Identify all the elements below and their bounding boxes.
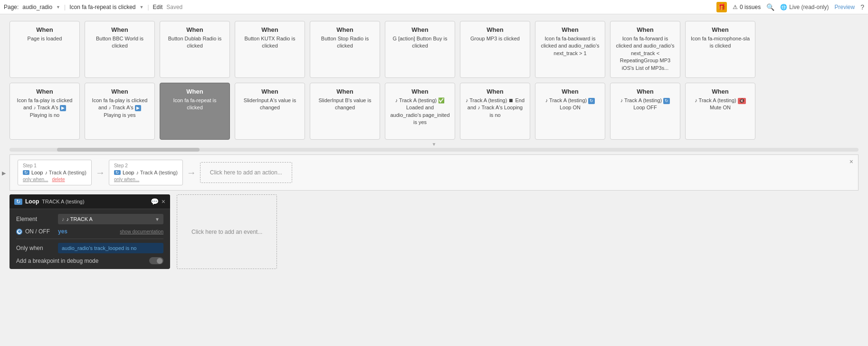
close-panel-button[interactable]: × (849, 158, 853, 165)
debug-toggle[interactable] (149, 257, 163, 264)
card-track-end[interactable]: When ♪ Track A (testing) ⏹ End and ♪ Tra… (460, 83, 530, 140)
card-body: Icon fa fa-backward is clicked and audio… (540, 35, 600, 57)
page-dropdown-arrow[interactable]: ▼ (56, 5, 60, 10)
live-badge: 🌐 Live (read-only) (780, 4, 829, 10)
issues-count: 0 issues (740, 4, 761, 10)
show-doc-link[interactable]: show documentation (120, 229, 163, 234)
card-title: When (36, 26, 53, 33)
edit-button[interactable]: Edit (153, 4, 163, 10)
scroll-down-arrow[interactable]: ▼ (432, 142, 437, 147)
card-play-no[interactable]: When Icon fa fa-play is clicked and ♪ Tr… (10, 83, 80, 140)
divider (16, 239, 163, 239)
element-dropdown-arrow: ▼ (155, 217, 160, 222)
debug-row: Add a breakpoint in debug mode (16, 257, 163, 264)
card-body: Button Stop Radio is clicked (315, 35, 375, 50)
element-label: Element (16, 216, 54, 222)
step-2-label: Step 2 (114, 163, 178, 168)
search-button[interactable]: 🔍 (766, 3, 774, 11)
add-action-button[interactable]: Click here to add an action... (200, 162, 292, 183)
step-2-only-when[interactable]: only when... (114, 177, 139, 182)
step-1-only-when[interactable]: only when... (23, 177, 48, 182)
card-title: When (562, 88, 578, 95)
card-mute-on[interactable]: When ♪ Track A (testing) 🔇 Mute ON (685, 83, 755, 140)
element-value-dropdown[interactable]: ♪ ♪ TRACK A ▼ (58, 214, 163, 224)
card-body: Icon fa fa-play is clicked and ♪ Track A… (90, 97, 150, 119)
scrollbar-thumb[interactable] (57, 148, 200, 152)
on-off-radio[interactable] (16, 229, 22, 235)
card-slider-b[interactable]: When SliderInput B's value is changed (310, 83, 380, 140)
step-2-actions: only when... (114, 177, 178, 182)
scroll-area: ▼ (0, 140, 868, 154)
card-body: Button BBC World is clicked (90, 35, 150, 50)
card-kutx[interactable]: When Button KUTX Radio is clicked (235, 21, 305, 78)
music-note-icon: ♪ (62, 216, 65, 222)
loop-header-icon: ↻ (14, 199, 22, 205)
action-config-subtitle: TRACK A (testing) (42, 199, 84, 204)
card-backward[interactable]: When Icon fa fa-backward is clicked and … (535, 21, 605, 78)
card-title: When (186, 88, 203, 95)
step-1-delete[interactable]: delete (52, 177, 65, 182)
saved-status: Saved (166, 4, 182, 10)
debug-toggle-knob (157, 258, 162, 264)
element-value-text: ♪ TRACK A (67, 216, 93, 222)
card-track-loaded[interactable]: When ♪ Track A (testing) ✅ Loaded and au… (385, 83, 455, 140)
step-2-content: ↻ Loop ♪ Track A (testing) (114, 170, 178, 175)
element-field-row: Element ♪ ♪ TRACK A ▼ (16, 214, 163, 224)
on-off-field-row: ON / OFF yes show documentation (16, 228, 163, 235)
card-loop-off[interactable]: When ♪ Track A (testing) ↻ Loop OFF (610, 83, 680, 140)
card-slider-a[interactable]: When SliderInput A's value is changed (235, 83, 305, 140)
step-1-label: Step 1 (23, 163, 86, 168)
left-arrow-button[interactable]: ▶ (0, 168, 8, 178)
card-stop-radio[interactable]: When Button Stop Radio is clicked (310, 21, 380, 78)
add-event-button[interactable]: Click here to add an event... (177, 194, 277, 269)
page-name[interactable]: audio_radio (22, 4, 52, 10)
card-body: ♪ Track A (testing) 🔇 Mute ON (690, 97, 750, 112)
card-microphone[interactable]: When Icon fa fa-microphone-sla is clicke… (685, 21, 755, 78)
help-button[interactable]: ? (860, 3, 864, 11)
action-config-header: ↻ Loop TRACK A (testing) 💬 × (10, 194, 170, 209)
card-title: When (336, 88, 353, 95)
card-body: Icon fa fa-microphone-sla is clicked (690, 35, 750, 50)
arrow-1: → (95, 167, 105, 178)
only-when-value[interactable]: audio_radio's track_looped is no (58, 243, 163, 253)
card-play-yes[interactable]: When Icon fa fa-play is clicked and ♪ Tr… (85, 83, 155, 140)
card-page-loaded[interactable]: When Page is loaded (10, 21, 80, 78)
on-off-value[interactable]: yes (58, 228, 67, 235)
card-forward[interactable]: When Icon fa fa-forward is clicked and a… (610, 21, 680, 78)
debug-label: Add a breakpoint in debug mode (16, 258, 145, 264)
config-close-button[interactable]: × (162, 198, 165, 205)
card-title: When (261, 88, 278, 95)
card-group-mp3[interactable]: When Group MP3 is clicked (460, 21, 530, 78)
only-when-row: Only when audio_radio's track_looped is … (16, 243, 163, 253)
card-body: Button Dublab Radio is clicked (165, 35, 225, 50)
radio-group: ON / OFF (16, 228, 54, 235)
issues-badge[interactable]: ⚠ 0 issues (733, 4, 761, 10)
card-title: When (261, 26, 278, 33)
arrow-2: → (187, 167, 196, 178)
workflow-dropdown-arrow[interactable]: ▼ (140, 5, 144, 10)
only-when-label: Only when (16, 245, 54, 251)
config-chat-icon[interactable]: 💬 (151, 198, 159, 205)
loop-badge-step2: ↻ (114, 170, 121, 175)
card-title: When (111, 88, 128, 95)
card-body: ♪ Track A (testing) ↻ Loop OFF (615, 97, 675, 112)
scrollbar-track[interactable] (10, 148, 858, 152)
action-config-panel: ↻ Loop TRACK A (testing) 💬 × Element ♪ ♪… (10, 194, 170, 269)
preview-button[interactable]: Preview (835, 4, 855, 10)
workflow-name[interactable]: Icon fa fa-repeat is clicked (69, 4, 135, 10)
card-title: When (186, 26, 203, 33)
card-dublab[interactable]: When Button Dublab Radio is clicked (160, 21, 230, 78)
card-title: When (486, 88, 503, 95)
step-1-actions: only when... delete (23, 177, 86, 182)
card-title: When (712, 88, 728, 95)
gift-icon[interactable]: 🎁 (716, 2, 727, 12)
card-bbc-world[interactable]: When Button BBC World is clicked (85, 21, 155, 78)
card-title: When (637, 26, 653, 33)
top-bar-right: 🎁 ⚠ 0 issues 🔍 🌐 Live (read-only) Previe… (716, 2, 864, 12)
card-body: Icon fa fa-forward is clicked and audio_… (615, 35, 675, 72)
card-body: ♪ Track A (testing) ✅ Loaded and audio_r… (390, 97, 450, 126)
card-buy[interactable]: When G [action] Button Buy is clicked (385, 21, 455, 78)
card-loop-on[interactable]: When ♪ Track A (testing) ↻ Loop ON (535, 83, 605, 140)
step-2-box: Step 2 ↻ Loop ♪ Track A (testing) only w… (109, 160, 183, 185)
card-repeat-clicked[interactable]: When Icon fa fa-repeat is clicked (160, 83, 230, 140)
